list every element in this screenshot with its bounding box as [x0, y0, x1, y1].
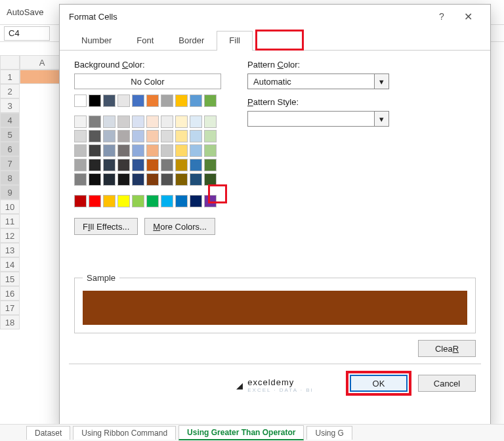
row-header-6[interactable]: 6 [0, 142, 20, 156]
color-swatch[interactable] [117, 144, 130, 157]
pattern-style-combo[interactable]: ▾ [247, 111, 389, 127]
color-swatch[interactable] [89, 94, 101, 107]
color-swatch[interactable] [117, 130, 130, 142]
tab-fill[interactable]: Fill [217, 31, 253, 51]
help-icon[interactable]: ? [429, 11, 455, 22]
name-box[interactable]: C4 [4, 26, 50, 41]
color-swatch[interactable] [74, 116, 87, 128]
color-swatch[interactable] [190, 195, 202, 207]
color-swatch[interactable] [103, 195, 116, 207]
color-swatch[interactable] [146, 130, 159, 142]
row-header-5[interactable]: 5 [0, 127, 20, 142]
clear-button[interactable]: CleaR [418, 340, 476, 357]
color-swatch[interactable] [146, 116, 159, 128]
color-swatch[interactable] [132, 116, 144, 128]
color-swatch[interactable] [204, 173, 217, 186]
color-swatch[interactable] [103, 94, 116, 107]
color-swatch[interactable] [161, 173, 173, 186]
color-swatch[interactable] [161, 116, 173, 128]
color-swatch[interactable] [74, 173, 87, 186]
color-swatch[interactable] [132, 144, 144, 157]
row-header-12[interactable]: 12 [0, 228, 20, 243]
color-swatch[interactable] [146, 159, 159, 171]
color-swatch[interactable] [103, 130, 116, 142]
color-swatch[interactable] [190, 159, 202, 171]
color-swatch[interactable] [117, 94, 130, 107]
color-swatch[interactable] [89, 195, 101, 207]
select-all-corner[interactable] [0, 55, 20, 70]
color-swatch[interactable] [74, 144, 87, 157]
row-header-17[interactable]: 17 [0, 301, 20, 315]
color-swatch[interactable] [146, 195, 159, 207]
tab-border[interactable]: Border [166, 31, 217, 51]
color-swatch[interactable] [89, 130, 101, 142]
color-swatch[interactable] [74, 195, 87, 207]
color-swatch[interactable] [117, 173, 130, 186]
color-swatch[interactable] [204, 159, 217, 171]
color-swatch[interactable] [175, 144, 188, 157]
color-swatch[interactable] [146, 94, 159, 107]
color-swatch[interactable] [175, 94, 188, 107]
row-header-2[interactable]: 2 [0, 84, 20, 98]
color-swatch[interactable] [132, 195, 144, 207]
color-swatch[interactable] [89, 159, 101, 171]
color-swatch[interactable] [190, 116, 202, 128]
color-swatch[interactable] [204, 144, 217, 157]
color-swatch[interactable] [132, 94, 144, 107]
row-header-13[interactable]: 13 [0, 243, 20, 257]
color-swatch[interactable] [117, 159, 130, 171]
color-swatch[interactable] [161, 130, 173, 142]
row-header-9[interactable]: 9 [0, 185, 20, 200]
color-swatch[interactable] [103, 173, 116, 186]
tab-font[interactable]: Font [124, 31, 166, 51]
color-swatch[interactable] [103, 116, 116, 128]
color-swatch[interactable] [74, 159, 87, 171]
row-header-15[interactable]: 15 [0, 272, 20, 286]
color-swatch[interactable] [103, 159, 116, 171]
color-swatch[interactable] [175, 159, 188, 171]
color-swatch[interactable] [146, 173, 159, 186]
color-swatch[interactable] [74, 94, 87, 107]
color-swatch[interactable] [132, 130, 144, 142]
color-swatch[interactable] [204, 116, 217, 128]
color-swatch[interactable] [161, 144, 173, 157]
row-header-8[interactable]: 8 [0, 171, 20, 185]
row-header-3[interactable]: 3 [0, 98, 20, 113]
color-swatch[interactable] [204, 130, 217, 142]
cell-A1[interactable] [20, 70, 64, 84]
color-swatch[interactable] [175, 195, 188, 207]
tab-number[interactable]: Number [69, 31, 124, 51]
sheet-tab-partial[interactable]: Using G [306, 426, 352, 440]
color-swatch[interactable] [175, 130, 188, 142]
color-swatch[interactable] [190, 144, 202, 157]
row-header-7[interactable]: 7 [0, 156, 20, 171]
sheet-tab-greater-than[interactable]: Using Greater Than Operator [178, 425, 304, 440]
color-swatch[interactable] [89, 144, 101, 157]
color-swatch[interactable] [103, 144, 116, 157]
cancel-button[interactable]: Cancel [418, 375, 476, 392]
color-swatch[interactable] [175, 173, 188, 186]
color-swatch[interactable] [161, 94, 173, 107]
color-swatch[interactable] [161, 159, 173, 171]
more-colors-button[interactable]: More Colors... [144, 218, 215, 235]
ok-button[interactable]: OK [350, 375, 408, 392]
col-header-A[interactable]: A [20, 55, 64, 70]
no-color-button[interactable]: No Color [74, 74, 221, 89]
color-swatch[interactable] [74, 130, 87, 142]
row-header-4[interactable]: 4 [0, 113, 20, 127]
color-swatch[interactable] [190, 173, 202, 186]
color-swatch[interactable] [204, 94, 217, 107]
sheet-tab-ribbon[interactable]: Using Ribbon Command [73, 426, 176, 440]
color-swatch[interactable] [117, 195, 130, 207]
color-swatch[interactable] [89, 116, 101, 128]
sheet-tab-dataset[interactable]: Dataset [26, 426, 70, 440]
color-swatch[interactable] [161, 195, 173, 207]
row-header-16[interactable]: 16 [0, 286, 20, 301]
color-swatch[interactable] [204, 195, 217, 207]
row-header-1[interactable]: 1 [0, 70, 20, 84]
row-header-18[interactable]: 18 [0, 315, 20, 329]
row-header-14[interactable]: 14 [0, 257, 20, 272]
row-header-10[interactable]: 10 [0, 200, 20, 214]
color-swatch[interactable] [132, 173, 144, 186]
fill-effects-button[interactable]: FIll Effects... [74, 218, 138, 235]
